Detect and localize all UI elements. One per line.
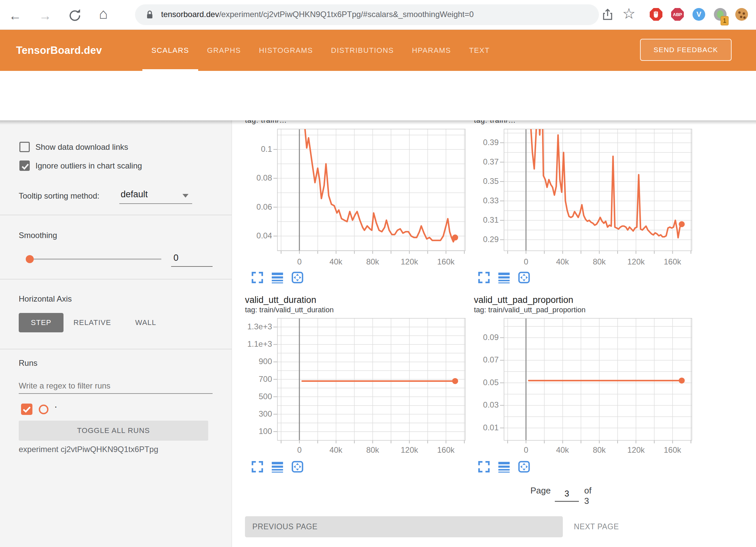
- y-axis-label: 1.3e+3: [219, 322, 272, 331]
- y-axis-label: 0.06: [219, 202, 272, 212]
- y-axis-label: 0.33: [445, 196, 499, 205]
- fullscreen-icon[interactable]: [251, 271, 263, 284]
- fullscreen-icon[interactable]: [478, 271, 490, 284]
- fullscreen-icon[interactable]: [478, 461, 490, 473]
- runs-list-icon[interactable]: [271, 461, 283, 473]
- y-axis-label: 0.03: [445, 400, 499, 410]
- chart-toolbar: [251, 271, 303, 284]
- x-axis-label: 160k: [422, 445, 469, 455]
- page-number-input[interactable]: 3: [555, 489, 579, 499]
- y-axis-label: 100: [219, 427, 272, 436]
- chart-title: valid_utt_pad_proportion: [474, 295, 573, 305]
- y-axis-label: 0.07: [445, 355, 499, 364]
- fit-domain-icon[interactable]: [291, 271, 303, 284]
- tensorboard-page: ← → ⌂ tensorboard.dev/experiment/cj2vtPi…: [0, 0, 756, 547]
- y-axis-label: 0.08: [219, 173, 272, 183]
- clipped-chart-tag: tag: train/…: [474, 120, 618, 125]
- chart-toolbar: [478, 461, 530, 473]
- fit-domain-icon[interactable]: [518, 461, 530, 473]
- y-axis-label: 0.35: [445, 177, 499, 186]
- fit-domain-icon[interactable]: [291, 461, 303, 473]
- x-axis-label: 160k: [649, 257, 696, 266]
- page-label: Page: [530, 485, 551, 496]
- runs-list-icon[interactable]: [271, 271, 283, 284]
- y-axis-label: 0.29: [445, 235, 499, 244]
- y-axis-label: 0.01: [445, 423, 499, 432]
- chart-tag: tag: train/valid_utt_pad_proportion: [474, 306, 586, 314]
- fit-domain-icon[interactable]: [518, 271, 530, 284]
- y-axis-label: 0.1: [219, 144, 272, 154]
- chart-tag: tag: train/valid_utt_duration: [245, 306, 334, 314]
- y-axis-label: 0.05: [445, 378, 499, 387]
- charts-root: 0.040.060.080.1040k80k120k160ktag: train…: [0, 0, 756, 547]
- chart-toolbar: [251, 461, 303, 473]
- y-axis-label: 700: [219, 374, 272, 384]
- chart-plot-1[interactable]: [499, 129, 692, 255]
- page-input-underline: [555, 501, 579, 502]
- y-axis-label: 0.04: [219, 231, 272, 240]
- fullscreen-icon[interactable]: [251, 461, 263, 473]
- x-axis-label: 160k: [649, 445, 696, 455]
- y-axis-label: 0.37: [445, 157, 499, 167]
- y-axis-label: 500: [219, 392, 272, 401]
- previous-page-button[interactable]: PREVIOUS PAGE: [245, 516, 563, 537]
- chart-plot-2[interactable]: [272, 318, 465, 444]
- y-axis-label: 0.31: [445, 215, 499, 225]
- clipped-chart-tag: tag: train/…: [245, 120, 389, 125]
- next-page-button[interactable]: NEXT PAGE: [574, 516, 619, 537]
- page-count-label: of 3: [584, 485, 592, 506]
- runs-list-icon[interactable]: [498, 271, 510, 284]
- y-axis-label: 0.39: [445, 138, 499, 147]
- y-axis-label: 0.09: [445, 333, 499, 342]
- y-axis-label: 900: [219, 357, 272, 366]
- y-axis-label: 1.1e+3: [219, 339, 272, 349]
- chart-title: valid_utt_duration: [245, 295, 316, 305]
- chart-plot-0[interactable]: [272, 129, 465, 255]
- y-axis-label: 300: [219, 409, 272, 419]
- x-axis-label: 160k: [422, 257, 469, 266]
- chart-plot-3[interactable]: [499, 318, 692, 444]
- runs-list-icon[interactable]: [498, 461, 510, 473]
- chart-toolbar: [478, 271, 530, 284]
